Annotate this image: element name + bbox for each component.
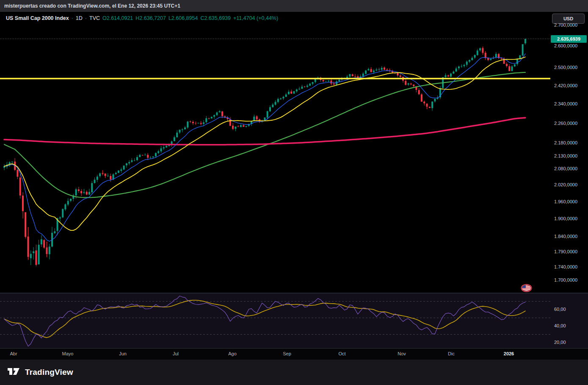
price-tick-label: 2.020,0000	[554, 182, 577, 187]
ma-200-red-line	[4, 118, 525, 145]
attribution-bar: misterpuertas creado con TradingView.com…	[0, 0, 588, 12]
legend-separator: ·	[72, 15, 73, 21]
price-tick-label: 2.600,0000	[554, 43, 577, 48]
price-axis[interactable]: USD 2.635,6939 2.700,00002.600,00002.500…	[550, 12, 588, 348]
time-tick-label: 2026	[504, 351, 514, 356]
time-tick-label: Abr	[10, 351, 17, 356]
price-tick-label: 2.500,0000	[554, 65, 577, 70]
rsi-ma-line	[4, 300, 525, 338]
low-value: L2.606,8954	[168, 15, 198, 21]
interval-label[interactable]: 1D	[76, 15, 83, 21]
rsi-line	[4, 296, 525, 346]
chart-area: US Small Cap 2000 Index · 1D · TVC O2.61…	[0, 12, 588, 360]
time-tick-label: Dic	[448, 351, 455, 356]
open-value: O2.614,0921	[102, 15, 133, 21]
time-tick-label: Jul	[173, 351, 179, 356]
candlestick-series	[3, 39, 526, 266]
price-tick-label: 1.790,0000	[554, 249, 577, 254]
time-tick-label: Mayo	[62, 351, 74, 356]
attribution-text: misterpuertas creado con TradingView.com…	[4, 3, 180, 9]
time-tick-label: Sep	[283, 351, 291, 356]
us-flag-icon[interactable]	[521, 284, 532, 294]
time-tick-label: Oct	[338, 351, 345, 356]
price-tick-label: 2.180,0000	[554, 140, 577, 145]
exchange-label: TVC	[89, 15, 100, 21]
time-tick-label: Nov	[398, 351, 406, 356]
price-tick-label: 1.840,0000	[554, 234, 577, 239]
price-tick-label: 1.700,0000	[554, 277, 577, 283]
time-tick-label: Jun	[119, 351, 127, 356]
close-value: C2.635,6939	[200, 15, 231, 21]
symbol-legend[interactable]: US Small Cap 2000 Index · 1D · TVC O2.61…	[6, 15, 278, 21]
rsi-tick-label: 40,00	[554, 323, 566, 328]
ma-slow-green-line	[4, 72, 525, 198]
high-value: H2.636,7207	[135, 15, 166, 21]
price-tick-label: 2.340,0000	[554, 101, 577, 106]
last-price-badge: 2.635,6939	[551, 35, 587, 43]
price-tick-label: 1.900,0000	[554, 216, 577, 221]
price-tick-label: 1.740,0000	[554, 264, 577, 269]
time-tick-label: Ago	[228, 351, 237, 356]
time-axis[interactable]: AbrMayoJunJulAgoSepOctNovDic2026	[0, 348, 588, 360]
price-tick-label: 2.260,0000	[554, 121, 577, 126]
tradingview-logo[interactable]	[7, 367, 21, 378]
change-value: +11,4704 (+0,44%)	[233, 15, 278, 21]
legend-separator: ·	[85, 15, 87, 21]
tradingview-snapshot: misterpuertas creado con TradingView.com…	[0, 0, 588, 385]
price-tick-label: 2.130,0000	[554, 153, 577, 158]
brand-wordmark[interactable]: TradingView	[25, 368, 73, 377]
rsi-tick-label: 20,00	[554, 340, 566, 345]
price-tick-label: 2.700,0000	[554, 22, 577, 28]
rsi-pane-canvas[interactable]	[0, 294, 588, 348]
price-tick-label: 1.960,0000	[554, 199, 577, 204]
rsi-tick-label: 60,00	[554, 307, 566, 312]
price-tick-label: 2.420,0000	[554, 83, 577, 88]
price-chart-canvas[interactable]	[0, 12, 550, 293]
footer-bar: TradingView	[0, 360, 588, 385]
price-tick-label: 2.080,0000	[554, 166, 577, 171]
symbol-title[interactable]: US Small Cap 2000 Index	[6, 15, 69, 21]
